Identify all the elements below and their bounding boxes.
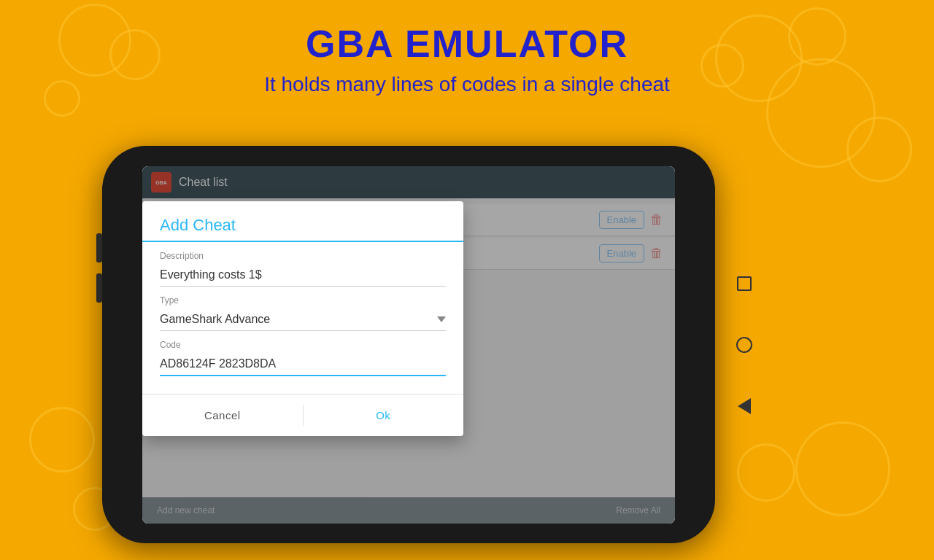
add-cheat-dialog: Add Cheat Description Everything costs 1… <box>142 201 463 436</box>
dialog-header: Add Cheat <box>142 201 463 242</box>
volume-up-button <box>96 233 102 262</box>
page-subtitle: It holds many lines of codes in a single… <box>0 73 934 96</box>
nav-square-button[interactable] <box>731 271 757 297</box>
square-icon <box>737 276 752 291</box>
volume-down-button <box>96 273 102 303</box>
phone-device: GBA Cheat list First you must put 000014… <box>102 146 715 543</box>
type-value: GameShark Advance <box>160 313 270 326</box>
nav-back-button[interactable] <box>731 393 757 419</box>
type-label: Type <box>160 295 446 306</box>
dialog-title: Add Cheat <box>160 216 446 235</box>
back-arrow-icon <box>738 398 751 414</box>
code-label: Code <box>160 340 446 350</box>
type-select-wrapper: GameShark Advance <box>160 308 446 331</box>
description-label: Description <box>160 251 446 261</box>
description-field[interactable]: Everything costs 1$ <box>160 264 446 287</box>
type-select[interactable]: GameShark Advance <box>160 308 446 331</box>
ok-button[interactable]: Ok <box>304 400 464 430</box>
circle-icon <box>736 337 752 353</box>
dialog-footer: Cancel Ok <box>142 394 463 436</box>
dropdown-arrow-icon <box>437 316 446 322</box>
cancel-button[interactable]: Cancel <box>142 400 303 430</box>
app-screen: GBA Cheat list First you must put 000014… <box>142 166 675 524</box>
dialog-overlay: Add Cheat Description Everything costs 1… <box>142 166 675 524</box>
nav-circle-button[interactable] <box>731 332 757 358</box>
phone-body: GBA Cheat list First you must put 000014… <box>102 146 715 543</box>
phone-navigation <box>715 146 773 543</box>
header: GBA EMULATOR It holds many lines of code… <box>0 0 934 96</box>
code-field[interactable]: AD86124F 2823D8DA <box>160 353 446 376</box>
dialog-body: Description Everything costs 1$ Type Gam… <box>142 242 463 394</box>
page-title: GBA EMULATOR <box>0 22 934 66</box>
phone-screen: GBA Cheat list First you must put 000014… <box>142 166 675 524</box>
